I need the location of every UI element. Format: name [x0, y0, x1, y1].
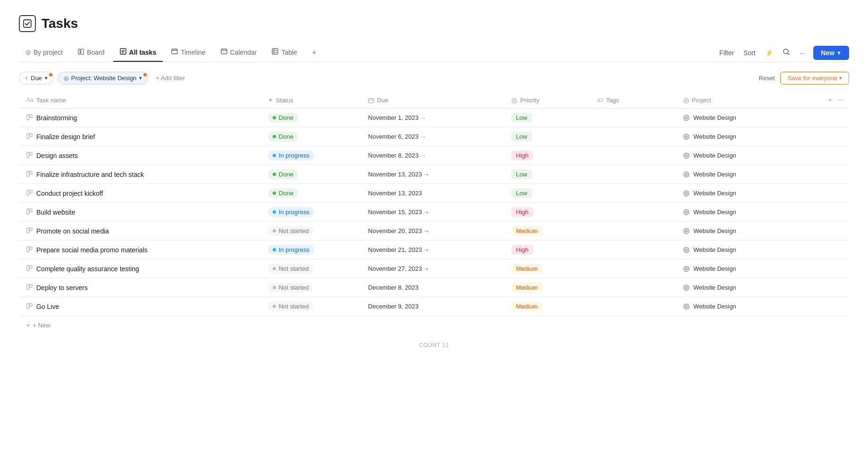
due-date-text[interactable]: November 8, 2023 — [368, 152, 418, 159]
tab-all-tasks[interactable]: All tasks — [113, 43, 163, 62]
due-date-text[interactable]: November 6, 2023 — [368, 133, 418, 140]
priority-badge[interactable]: Medium — [511, 264, 542, 274]
project-name[interactable]: Website Design — [693, 246, 736, 253]
task-name-text[interactable]: Promote on social media — [36, 227, 109, 235]
tab-board[interactable]: Board — [71, 44, 111, 62]
due-date-text[interactable]: November 13, 2023 — [368, 171, 422, 178]
due-date-text[interactable]: November 20, 2023 — [368, 227, 422, 234]
task-tags-cell-0[interactable] — [592, 108, 677, 127]
task-name-text[interactable]: Complete quality assurance testing — [36, 265, 139, 273]
table-row[interactable]: Promote on social media Not started Nove… — [19, 222, 849, 241]
task-tags-cell-10[interactable] — [592, 297, 677, 316]
status-badge[interactable]: In progress — [268, 207, 314, 217]
priority-badge[interactable]: Low — [511, 132, 532, 142]
priority-badge[interactable]: High — [511, 150, 534, 160]
more-button[interactable]: ··· — [799, 46, 806, 59]
add-filter-button[interactable]: + Add filter — [152, 72, 189, 84]
task-name-text[interactable]: Conduct project kickoff — [36, 190, 103, 197]
status-badge[interactable]: Not started — [268, 301, 314, 311]
status-badge[interactable]: Not started — [268, 226, 314, 236]
task-tags-cell-4[interactable] — [592, 184, 677, 203]
tab-by-project[interactable]: ◎ By project — [19, 44, 69, 62]
task-tags-cell-5[interactable] — [592, 203, 677, 222]
due-date-text[interactable]: November 1, 2023 — [368, 114, 418, 121]
due-date-text[interactable]: December 9, 2023 — [368, 303, 418, 310]
task-tags-cell-6[interactable] — [592, 222, 677, 241]
table-row[interactable]: Finalize design brief Done November 6, 2… — [19, 127, 849, 146]
table-row[interactable]: Brainstorming Done November 1, 2023 → Lo… — [19, 108, 849, 127]
table-row[interactable]: Deploy to servers Not started December 8… — [19, 278, 849, 297]
task-name-text[interactable]: Brainstorming — [36, 114, 77, 122]
new-button[interactable]: New ▼ — [813, 46, 849, 60]
due-date-text[interactable]: December 8, 2023 — [368, 284, 418, 291]
status-badge[interactable]: Not started — [268, 264, 314, 274]
task-name-text[interactable]: Go Live — [36, 303, 59, 310]
priority-badge[interactable]: Medium — [511, 226, 542, 236]
project-name[interactable]: Website Design — [693, 171, 736, 178]
filter-button[interactable]: Filter — [718, 46, 735, 59]
task-tags-cell-7[interactable] — [592, 241, 677, 259]
column-options-button[interactable]: ··· — [837, 96, 843, 104]
tab-calendar[interactable]: Calendar — [214, 43, 264, 62]
table-row[interactable]: Finalize infrastructure and tech stack D… — [19, 165, 849, 184]
due-filter-chip[interactable]: ↑ Due ▾ — [19, 72, 54, 84]
project-name[interactable]: Website Design — [693, 133, 736, 140]
task-name-text[interactable]: Prepare social media promo materials — [36, 246, 148, 254]
add-new-row-button[interactable]: + + New — [26, 322, 50, 329]
tab-table[interactable]: Table — [265, 43, 303, 62]
project-name[interactable]: Website Design — [693, 152, 736, 159]
table-row[interactable]: Build website In progress November 15, 2… — [19, 203, 849, 222]
due-date-text[interactable]: November 13, 2023 — [368, 190, 422, 197]
search-button[interactable] — [782, 45, 791, 60]
table-row[interactable]: Prepare social media promo materials In … — [19, 241, 849, 259]
status-badge[interactable]: Done — [268, 132, 298, 142]
lightning-button[interactable]: ⚡ — [764, 46, 774, 59]
task-tags-cell-3[interactable] — [592, 165, 677, 184]
reset-button[interactable]: Reset — [759, 75, 775, 82]
table-row[interactable]: Complete quality assurance testing Not s… — [19, 259, 849, 278]
task-tags-cell-9[interactable] — [592, 278, 677, 297]
priority-badge[interactable]: High — [511, 207, 534, 217]
project-name[interactable]: Website Design — [693, 114, 736, 121]
status-badge[interactable]: Not started — [268, 283, 314, 292]
tab-plus[interactable]: + — [306, 44, 323, 62]
task-name-text[interactable]: Finalize infrastructure and tech stack — [36, 171, 144, 178]
table-row[interactable]: Go Live Not started December 9, 2023 Med… — [19, 297, 849, 316]
priority-badge[interactable]: Medium — [511, 283, 542, 292]
due-date-text[interactable]: November 15, 2023 — [368, 208, 422, 216]
task-priority-cell-4: Low — [506, 184, 592, 203]
status-badge[interactable]: Done — [268, 113, 298, 123]
task-name-text[interactable]: Design assets — [36, 152, 78, 159]
project-filter-chip[interactable]: ◎ Project: Website Design ▾ — [58, 72, 149, 84]
task-tags-cell-1[interactable] — [592, 127, 677, 146]
project-name[interactable]: Website Design — [693, 284, 736, 291]
project-name[interactable]: Website Design — [693, 265, 736, 272]
project-name[interactable]: Website Design — [693, 190, 736, 197]
task-name-text[interactable]: Build website — [36, 208, 75, 216]
priority-badge[interactable]: High — [511, 245, 534, 255]
task-name-text[interactable]: Finalize design brief — [36, 133, 95, 141]
due-date-text[interactable]: November 27, 2023 — [368, 265, 422, 272]
add-column-button[interactable]: + — [828, 96, 832, 104]
project-name[interactable]: Website Design — [693, 208, 736, 216]
task-name-text[interactable]: Deploy to servers — [36, 284, 88, 292]
status-label: Done — [279, 133, 293, 140]
status-badge[interactable]: In progress — [268, 245, 314, 255]
status-badge[interactable]: Done — [268, 188, 298, 198]
tab-timeline[interactable]: Timeline — [165, 43, 212, 62]
priority-badge[interactable]: Low — [511, 113, 532, 123]
save-everyone-button[interactable]: Save for everyone ▾ — [780, 72, 849, 84]
status-badge[interactable]: Done — [268, 169, 298, 179]
due-date-text[interactable]: November 21, 2023 — [368, 246, 422, 253]
status-badge[interactable]: In progress — [268, 150, 314, 160]
table-row[interactable]: Design assets In progress November 8, 20… — [19, 146, 849, 165]
task-tags-cell-8[interactable] — [592, 259, 677, 278]
priority-badge[interactable]: Low — [511, 188, 532, 198]
priority-badge[interactable]: Low — [511, 169, 532, 179]
sort-button[interactable]: Sort — [743, 46, 757, 59]
table-row[interactable]: Conduct project kickoff Done November 13… — [19, 184, 849, 203]
project-name[interactable]: Website Design — [693, 227, 736, 234]
priority-badge[interactable]: Medium — [511, 301, 542, 311]
project-name[interactable]: Website Design — [693, 303, 736, 310]
task-tags-cell-2[interactable] — [592, 146, 677, 165]
